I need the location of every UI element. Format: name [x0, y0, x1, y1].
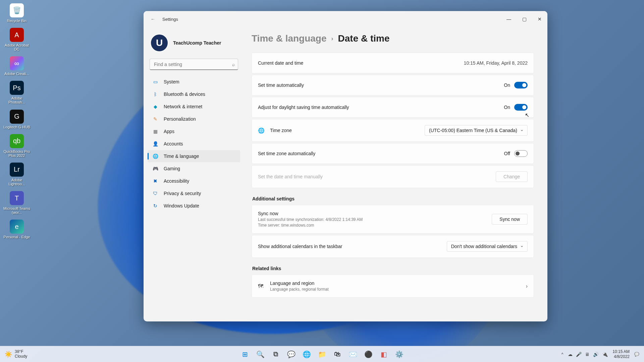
set-time-auto-row: Set time automatically On	[252, 75, 534, 95]
nav-icon: ◆	[152, 104, 158, 110]
search-wrapper: ⌕	[150, 59, 238, 70]
sync-server: Time server: time.windows.com	[258, 223, 492, 228]
sync-now-button[interactable]: Sync now	[492, 214, 528, 225]
taskbar-right: ^ ☁ 🎤 🖥 🔊 🔌 10:15 AM 4/8/2022 💬	[561, 349, 639, 359]
desktop-icon[interactable]: ePersonal - Edge	[3, 220, 30, 239]
sidebar-item-network-internet[interactable]: ◆Network & internet	[148, 101, 240, 113]
titlebar: ← Settings — ▢ ✕	[144, 11, 547, 27]
taskbar-edge-icon[interactable]: 🌐	[300, 348, 313, 361]
set-time-auto-toggle[interactable]	[514, 82, 528, 88]
set-time-auto-state: On	[504, 82, 510, 88]
taskbar-explorer-icon[interactable]: 📁	[315, 348, 329, 361]
sidebar-item-label: Accounts	[164, 141, 183, 146]
weather-temp: 38°F	[15, 350, 27, 354]
sidebar-item-time-language[interactable]: 🌐Time & language	[148, 150, 240, 162]
taskbar-chat-icon[interactable]: 💬	[284, 348, 298, 361]
taskbar-search-icon[interactable]: 🔍	[254, 348, 267, 361]
onedrive-icon[interactable]: ☁	[568, 352, 573, 357]
taskbar-mail-icon[interactable]: ✉️	[346, 348, 360, 361]
change-button[interactable]: Change	[496, 171, 528, 182]
taskbar-store-icon[interactable]: 🛍	[331, 348, 344, 361]
profile-name: TeachUcomp Teacher	[173, 40, 221, 46]
sidebar-item-bluetooth-devices[interactable]: ᛒBluetooth & devices	[148, 88, 240, 100]
taskbar: ☀️ 38°F Cloudy ⊞ 🔍 ⧉ 💬 🌐 📁 🛍 ✉️ ⚫ ◧ ⚙️ ^…	[0, 346, 644, 362]
network-icon[interactable]: 🔌	[602, 352, 608, 357]
language-region-title: Language and region	[270, 281, 526, 286]
back-button[interactable]: ←	[147, 13, 159, 25]
chevron-right-icon: ›	[331, 35, 333, 42]
manual-datetime-label: Set the date and time manually	[258, 174, 496, 179]
system-tray[interactable]: ☁ 🎤 🖥 🔊 🔌	[568, 352, 608, 357]
sidebar-item-accessibility[interactable]: ✖Accessibility	[148, 175, 240, 187]
breadcrumb-current: Date & time	[338, 33, 390, 44]
sidebar-item-label: Windows Update	[164, 203, 199, 208]
app-icon: G	[10, 110, 24, 124]
taskbar-settings-icon[interactable]: ⚙️	[392, 348, 406, 361]
calendars-select[interactable]: Don't show additional calendars	[447, 241, 528, 252]
desktop-icon[interactable]: TMicrosoft Teams (wor...	[3, 191, 30, 215]
sidebar-item-label: Personalization	[164, 116, 196, 122]
current-datetime-label: Current date and time	[258, 60, 464, 66]
sidebar-item-apps[interactable]: ▦Apps	[148, 125, 240, 137]
app-icon: ∞	[10, 56, 24, 70]
mic-icon[interactable]: 🎤	[576, 352, 582, 357]
nav-icon: ↻	[152, 203, 158, 209]
tz-auto-toggle[interactable]	[514, 150, 528, 157]
sidebar-item-label: Privacy & security	[164, 191, 201, 196]
taskbar-weather[interactable]: ☀️ 38°F Cloudy	[5, 350, 27, 358]
sidebar: U TeachUcomp Teacher ⌕ ▭SystemᛒBluetooth…	[144, 27, 244, 321]
calendars-label: Show additional calendars in the taskbar	[258, 244, 447, 249]
desktop-icon-label: Microsoft Teams (wor...	[3, 206, 30, 215]
timezone-select[interactable]: (UTC-05:00) Eastern Time (US & Canada)	[425, 125, 528, 136]
chevron-right-icon: ›	[526, 283, 528, 289]
desktop-icon[interactable]: AAdobe Acrobat DC	[3, 28, 30, 51]
taskbar-clock[interactable]: 10:15 AM 4/8/2022	[612, 349, 630, 359]
desktop-icon[interactable]: 🗑️Recycle Bin	[3, 3, 30, 23]
desktop-icon-label: Logitech G HUB	[3, 125, 30, 129]
sidebar-item-personalization[interactable]: ✎Personalization	[148, 113, 240, 125]
language-region-sub: Language packs, regional format	[270, 287, 526, 292]
notifications-icon[interactable]: 💬	[634, 352, 639, 357]
nav-icon: 👤	[152, 141, 158, 147]
desktop-icon[interactable]: qbQuickBooks Pro Plus 2022	[3, 134, 30, 158]
desktop-icon[interactable]: GLogitech G HUB	[3, 110, 30, 129]
display-icon[interactable]: 🖥	[585, 352, 590, 357]
sidebar-item-system[interactable]: ▭System	[148, 76, 240, 88]
weather-condition: Cloudy	[15, 354, 27, 359]
desktop-icon[interactable]: PsAdobe Photosh...	[3, 81, 30, 104]
sidebar-item-label: Network & internet	[164, 104, 202, 109]
globe-icon: 🌐	[258, 127, 265, 134]
language-region-link[interactable]: 🗺 Language and region Language packs, re…	[252, 275, 534, 297]
taskbar-date: 4/8/2022	[612, 354, 630, 359]
avatar: U	[150, 34, 168, 52]
close-button[interactable]: ✕	[532, 13, 547, 25]
sidebar-item-accounts[interactable]: 👤Accounts	[148, 138, 240, 150]
sidebar-item-gaming[interactable]: 🎮Gaming	[148, 163, 240, 175]
desktop-icon[interactable]: LrAdobe Lightroo...	[3, 163, 30, 186]
maximize-button[interactable]: ▢	[517, 13, 532, 25]
current-datetime-row: Current date and time 10:15 AM, Friday, …	[252, 53, 534, 73]
minimize-button[interactable]: —	[501, 13, 517, 25]
start-button[interactable]: ⊞	[238, 348, 252, 361]
profile-section[interactable]: U TeachUcomp Teacher	[146, 31, 241, 59]
sidebar-item-windows-update[interactable]: ↻Windows Update	[148, 200, 240, 212]
sidebar-item-privacy-security[interactable]: 🛡Privacy & security	[148, 187, 240, 199]
sidebar-item-label: Gaming	[164, 166, 180, 171]
nav-list: ▭SystemᛒBluetooth & devices◆Network & in…	[146, 75, 241, 212]
tz-auto-label: Set time zone automatically	[258, 151, 504, 156]
search-input[interactable]	[150, 59, 238, 70]
tray-expand-icon[interactable]: ^	[561, 352, 564, 357]
volume-icon[interactable]: 🔊	[593, 352, 599, 357]
timezone-row: 🌐 Time zone (UTC-05:00) Eastern Time (US…	[252, 119, 534, 141]
desktop-icon-label: QuickBooks Pro Plus 2022	[3, 149, 30, 158]
taskbar-app2-icon[interactable]: ◧	[377, 348, 390, 361]
sync-title: Sync now	[258, 211, 492, 216]
dst-auto-toggle[interactable]	[514, 104, 528, 111]
desktop-icon-label: Recycle Bin	[3, 19, 30, 23]
timezone-label: Time zone	[270, 128, 425, 133]
taskbar-app-icon[interactable]: ⚫	[362, 348, 375, 361]
desktop-icon[interactable]: ∞Adobe Creati...	[3, 56, 30, 76]
desktop-icon-label: Personal - Edge	[3, 235, 30, 239]
breadcrumb-parent[interactable]: Time & language	[252, 33, 327, 44]
task-view-icon[interactable]: ⧉	[269, 348, 282, 361]
